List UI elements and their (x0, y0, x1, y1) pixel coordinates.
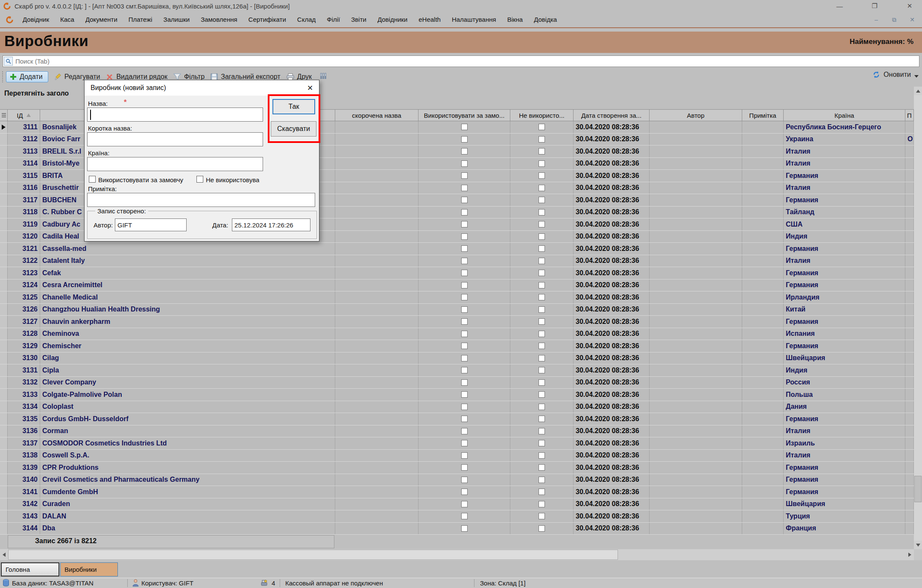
cell-p[interactable] (905, 425, 914, 437)
cell-use-default[interactable] (419, 231, 510, 243)
cell-note[interactable] (742, 425, 784, 437)
use-default-checkbox[interactable] (461, 416, 468, 422)
cell-use-default[interactable] (419, 377, 510, 389)
cell-created-date[interactable]: 30.04.2020 08:28:36 (574, 194, 650, 206)
cell-created-date[interactable]: 30.04.2020 08:28:36 (574, 352, 650, 364)
cell-note[interactable] (742, 134, 784, 146)
cell-not-use[interactable] (510, 194, 574, 206)
cell-not-use[interactable] (510, 170, 574, 182)
use-default-checkbox[interactable] (89, 176, 96, 183)
cell-created-date[interactable]: 30.04.2020 08:28:36 (574, 231, 650, 243)
cell-use-default[interactable] (419, 437, 510, 449)
cell-country[interactable]: Дания (784, 401, 905, 413)
use-default-checkbox[interactable] (461, 452, 468, 459)
use-default-checkbox[interactable] (461, 136, 468, 143)
cell-created-date[interactable]: 30.04.2020 08:28:36 (574, 267, 650, 279)
cell-created-date[interactable]: 30.04.2020 08:28:36 (574, 450, 650, 462)
cell-author[interactable] (650, 158, 742, 170)
cell-p[interactable] (905, 340, 914, 352)
cell-shortname[interactable] (335, 437, 419, 449)
menu-item-14[interactable]: Довідка (528, 16, 562, 23)
cell-p[interactable] (905, 498, 914, 510)
cell-not-use[interactable] (510, 486, 574, 498)
cell-name[interactable]: Chemischer (40, 340, 335, 352)
cell-created-date[interactable]: 30.04.2020 08:28:36 (574, 389, 650, 401)
author-input[interactable]: GIFT (115, 218, 187, 231)
cell-country[interactable]: Германия (784, 316, 905, 328)
cell-created-date[interactable]: 30.04.2020 08:28:36 (574, 182, 650, 194)
cell-note[interactable] (742, 389, 784, 401)
cell-shortname[interactable] (335, 231, 419, 243)
cell-country[interactable]: Китай (784, 304, 905, 316)
cell-shortname[interactable] (335, 425, 419, 437)
cell-id[interactable]: 3111 (8, 121, 40, 133)
search-input[interactable]: Поиск (Tab) (3, 55, 919, 67)
cell-p[interactable] (905, 218, 914, 230)
cell-created-date[interactable]: 30.04.2020 08:28:36 (574, 146, 650, 157)
not-use-checkbox[interactable] (539, 416, 545, 422)
cell-id[interactable]: 3122 (8, 255, 40, 267)
cell-p[interactable] (905, 170, 914, 182)
cell-created-date[interactable]: 30.04.2020 08:28:36 (574, 170, 650, 182)
cell-country[interactable]: Германия (784, 462, 905, 474)
cell-created-date[interactable]: 30.04.2020 08:28:36 (574, 134, 650, 146)
cell-note[interactable] (742, 170, 784, 182)
cell-use-default[interactable] (419, 462, 510, 474)
cell-country[interactable]: Италия (784, 425, 905, 437)
cell-shortname[interactable] (335, 121, 419, 133)
cell-name[interactable]: Catalent Italy (40, 255, 335, 267)
cell-id[interactable]: 3121 (8, 243, 40, 255)
cell-note[interactable] (742, 267, 784, 279)
cell-note[interactable] (742, 450, 784, 462)
cell-note[interactable] (742, 413, 784, 425)
table-row[interactable]: 3127Chauvin ankerpharm30.04.2020 08:28:3… (0, 316, 914, 328)
cell-use-default[interactable] (419, 340, 510, 352)
column-header-use-default[interactable]: Використовувати за замо... (419, 110, 510, 121)
horizontal-scroll-thumb[interactable] (8, 550, 618, 560)
table-row[interactable]: 3131Cipla30.04.2020 08:28:36Индия (0, 364, 914, 377)
cell-author[interactable] (650, 218, 742, 230)
cell-note[interactable] (742, 279, 784, 291)
cell-name[interactable]: Colgate-Palmolive Polan (40, 389, 335, 401)
cell-shortname[interactable] (335, 207, 419, 218)
not-use-checkbox[interactable] (539, 185, 545, 191)
cell-shortname[interactable] (335, 462, 419, 474)
cell-id[interactable]: 3118 (8, 207, 40, 218)
menu-item-10[interactable]: Довідники (372, 16, 413, 23)
cell-name[interactable]: Crevil Cosmetics and Pharmaceuticals Ger… (40, 474, 335, 486)
cell-author[interactable] (650, 170, 742, 182)
menu-item-7[interactable]: Склад (292, 16, 321, 23)
cell-not-use[interactable] (510, 510, 574, 522)
cell-use-default[interactable] (419, 207, 510, 218)
cell-note[interactable] (742, 304, 784, 316)
cell-use-default[interactable] (419, 474, 510, 486)
cell-id[interactable]: 3143 (8, 510, 40, 522)
cell-country[interactable]: Германия (784, 267, 905, 279)
cell-created-date[interactable]: 30.04.2020 08:28:36 (574, 279, 650, 291)
table-row[interactable]: 3128Cheminova30.04.2020 08:28:36Испания (0, 328, 914, 341)
use-default-checkbox[interactable] (461, 331, 468, 337)
scroll-right-icon[interactable] (906, 549, 914, 560)
columns-icon[interactable] (319, 72, 327, 82)
cell-shortname[interactable] (335, 255, 419, 267)
cell-p[interactable] (905, 413, 914, 425)
column-header-not-use[interactable]: Не використо... (510, 110, 574, 121)
menu-item-11[interactable]: eHealth (413, 16, 446, 23)
cell-country[interactable]: Германия (784, 243, 905, 255)
cell-use-default[interactable] (419, 401, 510, 413)
use-default-checkbox[interactable] (461, 525, 468, 532)
cell-shortname[interactable] (335, 523, 419, 535)
cell-not-use[interactable] (510, 437, 574, 449)
not-use-checkbox[interactable] (539, 148, 545, 154)
cell-author[interactable] (650, 437, 742, 449)
cell-name[interactable]: Chauvin ankerpharm (40, 316, 335, 328)
menu-item-5[interactable]: Замовлення (195, 16, 243, 23)
cell-use-default[interactable] (419, 364, 510, 376)
not-use-checkbox[interactable] (539, 391, 545, 398)
cell-country[interactable]: Республика Босния-Герцего (784, 121, 905, 133)
not-use-checkbox[interactable] (539, 221, 545, 227)
cell-use-default[interactable] (419, 194, 510, 206)
not-use-checkbox[interactable] (539, 404, 545, 410)
cell-not-use[interactable] (510, 218, 574, 230)
cell-country[interactable]: Германия (784, 413, 905, 425)
